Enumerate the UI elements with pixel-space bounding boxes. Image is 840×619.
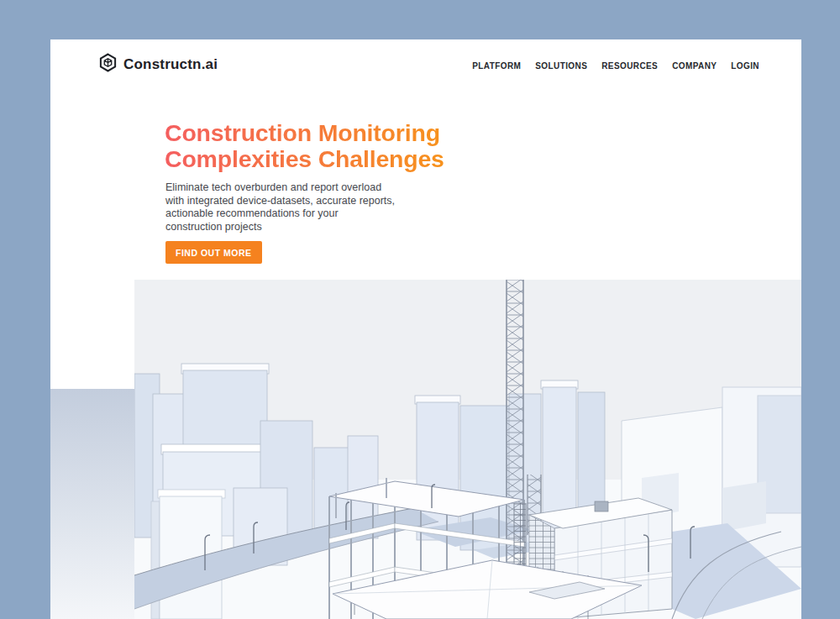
hero-description-line: Eliminate tech overburden and report ove… <box>165 181 395 195</box>
brand-name: Constructn.ai <box>123 56 218 73</box>
nav-item-platform[interactable]: PLATFORM <box>472 61 521 71</box>
main-nav: PLATFORM SOLUTIONS RESOURCES COMPANY LOG… <box>472 61 759 71</box>
hexagon-cube-icon <box>98 53 118 76</box>
hero-description-line: actionable recommendations for your <box>165 207 395 221</box>
hero-description-line: construction projects <box>165 221 395 234</box>
construction-site-render <box>134 280 801 619</box>
hero-title: Construction Monitoring Complexities Cha… <box>165 120 444 172</box>
nav-item-resources[interactable]: RESOURCES <box>601 61 658 71</box>
hero-title-line-2: Complexities Challenges <box>165 146 444 172</box>
hero-description: Eliminate tech overburden and report ove… <box>165 181 395 233</box>
nav-item-company[interactable]: COMPANY <box>672 61 717 71</box>
hero-title-line-1: Construction Monitoring <box>165 120 444 146</box>
find-out-more-button[interactable]: FIND OUT MORE <box>165 241 262 264</box>
nav-item-login[interactable]: LOGIN <box>731 61 759 71</box>
side-gradient-strip <box>50 389 134 619</box>
brand-logo[interactable]: Constructn.ai <box>98 53 218 76</box>
nav-item-solutions[interactable]: SOLUTIONS <box>535 61 587 71</box>
hero-description-line: with integrated device-datasets, accurat… <box>165 195 395 208</box>
page-surface: Constructn.ai PLATFORM SOLUTIONS RESOURC… <box>50 39 801 619</box>
